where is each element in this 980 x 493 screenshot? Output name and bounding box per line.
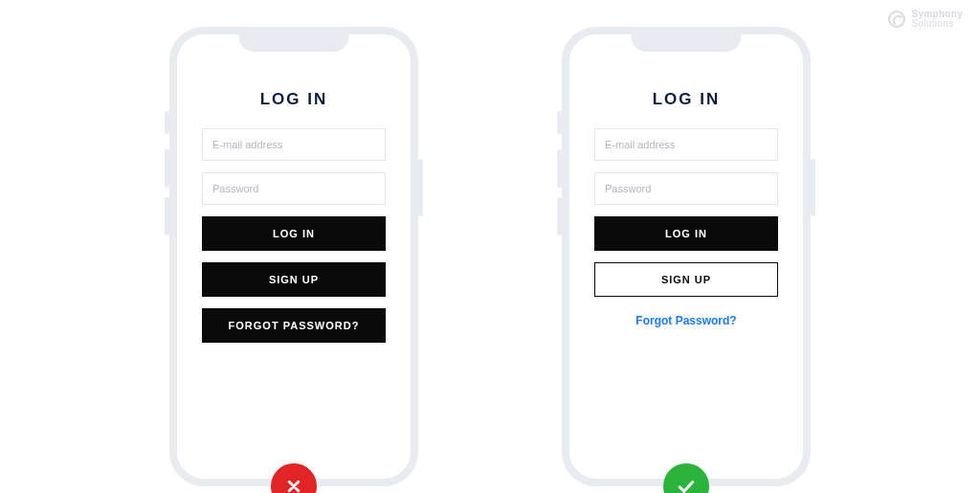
page-title: LOG IN	[594, 90, 778, 109]
phone-mockup-good: LOG IN E-mail address Password LOG IN SI…	[562, 27, 811, 486]
forgot-password-link[interactable]: Forgot Password?	[594, 314, 778, 327]
login-button[interactable]: LOG IN	[594, 216, 778, 251]
password-field[interactable]: Password	[202, 172, 386, 205]
email-field[interactable]: E-mail address	[594, 128, 778, 161]
phone-side-button	[165, 149, 169, 188]
phone-side-button	[418, 159, 423, 216]
phone-side-button	[557, 149, 562, 188]
brand-watermark: Symphony Solutions	[888, 10, 963, 29]
brand-logo-icon	[888, 11, 905, 28]
page-title: LOG IN	[202, 90, 386, 109]
phone-side-button	[165, 197, 169, 235]
login-screen: LOG IN E-mail address Password LOG IN SI…	[569, 34, 803, 479]
phone-side-button	[811, 159, 815, 216]
phone-side-button	[557, 111, 562, 134]
comparison-diagram: LOG IN E-mail address Password LOG IN SI…	[0, 0, 980, 493]
signup-button[interactable]: SIGN UP	[202, 262, 386, 297]
login-button[interactable]: LOG IN	[202, 216, 386, 251]
phone-side-button	[557, 197, 562, 235]
phone-frame: LOG IN E-mail address Password LOG IN SI…	[169, 27, 418, 486]
phone-side-button	[165, 111, 169, 134]
password-field[interactable]: Password	[594, 172, 778, 205]
phone-mockup-bad: LOG IN E-mail address Password LOG IN SI…	[169, 27, 418, 486]
login-screen: LOG IN E-mail address Password LOG IN SI…	[177, 34, 411, 479]
phone-frame: LOG IN E-mail address Password LOG IN SI…	[562, 27, 811, 486]
signup-button[interactable]: SIGN UP	[594, 262, 778, 297]
forgot-password-button[interactable]: FORGOT PASSWORD?	[202, 308, 386, 343]
brand-text: Symphony Solutions	[911, 10, 963, 29]
email-field[interactable]: E-mail address	[202, 128, 386, 161]
